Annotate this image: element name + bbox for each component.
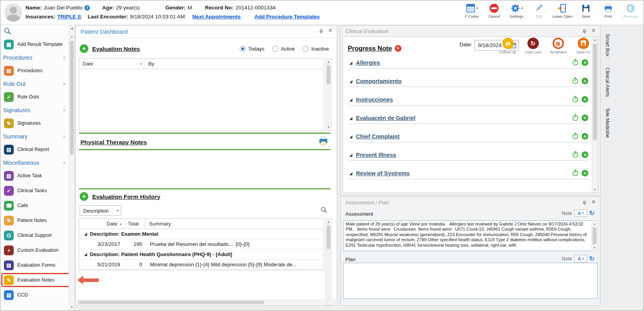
sidebar-item[interactable]: ✎ Evaluation Notes (2, 273, 68, 287)
sidebar-item[interactable]: ☎ Calls (2, 198, 68, 213)
f-codes-button[interactable]: F Codes (463, 2, 481, 18)
add-evaluation-note-icon[interactable] (80, 44, 88, 53)
sidebar-item[interactable]: ▤ Active Task (2, 168, 68, 183)
evaluation-section-row[interactable]: Review of Systrems (348, 161, 588, 179)
timer-icon[interactable] (572, 151, 579, 158)
sidebar-item[interactable]: ▦ Add Result Template (2, 37, 68, 52)
close-icon[interactable] (592, 198, 595, 206)
scrollbar-thumb[interactable] (78, 301, 264, 304)
evaluation-notes-title[interactable]: Evaluation Notes (92, 45, 140, 52)
refresh-icon[interactable] (589, 209, 595, 217)
add-section-entry-icon[interactable] (582, 96, 588, 103)
column-header-date[interactable]: Date (79, 219, 126, 229)
previous-button[interactable]: Previous (622, 2, 640, 18)
sidebar-item[interactable]: ▤ Evaluation Forms (2, 258, 68, 273)
save-button[interactable]: Save (577, 2, 595, 18)
timer-icon[interactable] (572, 96, 579, 103)
scroll-down-icon[interactable] (592, 245, 597, 251)
chevron-up-icon[interactable] (63, 82, 66, 86)
add-evaluation-form-icon[interactable] (80, 192, 88, 201)
cancel-button[interactable]: Cancel (485, 2, 503, 18)
evaluation-section-row[interactable]: Chief Complaint (348, 124, 588, 142)
column-header-date[interactable]: Date (79, 59, 144, 69)
insurance-link[interactable]: TRIPLE S (57, 14, 81, 20)
timer-icon[interactable] (572, 77, 579, 84)
evaluation-section-row[interactable]: Comportamiento (348, 69, 588, 87)
sidebar-item[interactable]: ✓ Clinical Tasks (2, 183, 68, 198)
pin-icon[interactable] (582, 29, 587, 36)
print-notes-icon[interactable] (318, 136, 329, 148)
add-section-entry-icon[interactable] (582, 115, 588, 121)
add-section-entry-icon[interactable] (582, 151, 588, 158)
scroll-down-icon[interactable] (69, 304, 75, 310)
settings-dropdown-icon[interactable] (521, 6, 523, 10)
scrollbar-thumb[interactable] (70, 41, 74, 155)
radio-option[interactable]: Active (272, 46, 295, 52)
chevron-up-icon[interactable] (63, 134, 66, 138)
scroll-up-icon[interactable] (592, 221, 597, 227)
history-group-row[interactable]: Description: Patient Health Questionnair… (79, 249, 324, 260)
dock-tab[interactable]: Tele Medicine (605, 108, 610, 138)
form-history-title[interactable]: Evaluation Form History (92, 193, 160, 200)
scroll-up-icon[interactable] (69, 34, 75, 40)
print-button[interactable]: Print (599, 2, 617, 18)
plan-textarea[interactable] (343, 263, 598, 299)
search-icon[interactable] (320, 206, 327, 215)
scroll-up-icon[interactable] (592, 37, 598, 43)
f-codes-dropdown-icon[interactable] (476, 6, 478, 10)
note-style-dropdown[interactable]: A (575, 209, 587, 217)
refresh-icon[interactable] (589, 255, 595, 262)
add-procedure-templates-link[interactable]: Add Procedure Templates (254, 14, 319, 20)
dock-tab[interactable]: Smart Box (605, 34, 610, 56)
patient-info-icon[interactable] (84, 5, 90, 11)
next-appointments-link[interactable]: Next Appointments (192, 14, 241, 20)
textarea-scrollbar[interactable] (591, 220, 598, 251)
sidebar-search-icon[interactable] (4, 27, 11, 36)
radio-option[interactable]: Inactive (303, 46, 329, 52)
evaluation-section-row[interactable]: Allergies (348, 50, 588, 69)
sidebar-item[interactable]: Ω Clinical Support (2, 228, 68, 243)
panel-scrollbar[interactable] (592, 37, 598, 193)
sidebar-item[interactable]: ✎ Signatures (2, 116, 68, 131)
sidebar-item[interactable]: + Custom Evaluation (2, 243, 68, 258)
sidebar-item[interactable]: ▤ Procedures (2, 63, 68, 78)
note-style-dropdown[interactable]: A (575, 255, 587, 262)
timer-icon[interactable] (572, 133, 579, 140)
horizontal-scrollbar[interactable] (77, 300, 336, 305)
evaluation-section-row[interactable]: Present Illness (348, 142, 588, 161)
sidebar-section-header[interactable]: Rule Out (2, 78, 68, 89)
table-scrollbar[interactable] (325, 218, 332, 306)
sidebar-item[interactable]: ▤ Clinical Report (2, 142, 68, 157)
scrollbar-thumb[interactable] (593, 44, 597, 140)
history-group-row[interactable]: Description: Examen Mental (79, 229, 324, 239)
add-section-entry-icon[interactable] (582, 78, 588, 84)
close-icon[interactable] (592, 27, 595, 34)
column-header-summary[interactable]: Summary (145, 221, 324, 227)
evaluation-section-row[interactable]: Instrucciones (348, 87, 588, 105)
history-row[interactable]: 5/21/2019 0 Minimal depression {1}-{4} M… (79, 260, 324, 270)
dock-tab[interactable]: Clinical Alerts (605, 67, 610, 97)
table-scrollbar[interactable] (325, 58, 332, 131)
pin-icon[interactable] (582, 200, 587, 207)
collapse-sidebar-icon[interactable] (69, 25, 75, 31)
chevron-up-icon[interactable] (63, 160, 66, 165)
timer-icon[interactable] (572, 59, 579, 66)
column-header-by[interactable]: By (144, 61, 324, 67)
radio-option[interactable]: Todays (240, 46, 265, 52)
scroll-up-icon[interactable] (326, 59, 331, 65)
description-filter-combo[interactable]: Description (80, 206, 121, 216)
close-icon[interactable] (328, 27, 332, 34)
history-row[interactable]: 3/23/2017 195 Prueba del Resumen del res… (79, 239, 324, 249)
scrollbar-thumb[interactable] (593, 227, 597, 244)
sidebar-section-header[interactable]: Signatures (2, 104, 68, 116)
sidebar-item[interactable]: ✎ Patient Notes (2, 213, 68, 228)
scroll-down-icon[interactable] (326, 124, 331, 130)
filter-dropdown-icon[interactable] (140, 62, 142, 66)
chevron-up-icon[interactable] (63, 55, 66, 60)
timer-icon[interactable] (572, 169, 579, 176)
pin-icon[interactable] (319, 29, 323, 36)
add-section-entry-icon[interactable] (582, 170, 588, 176)
sidebar-item[interactable]: ✓ Rule Outs (2, 89, 68, 104)
edit-button[interactable]: Edit (530, 2, 548, 18)
add-section-entry-icon[interactable] (582, 59, 588, 66)
